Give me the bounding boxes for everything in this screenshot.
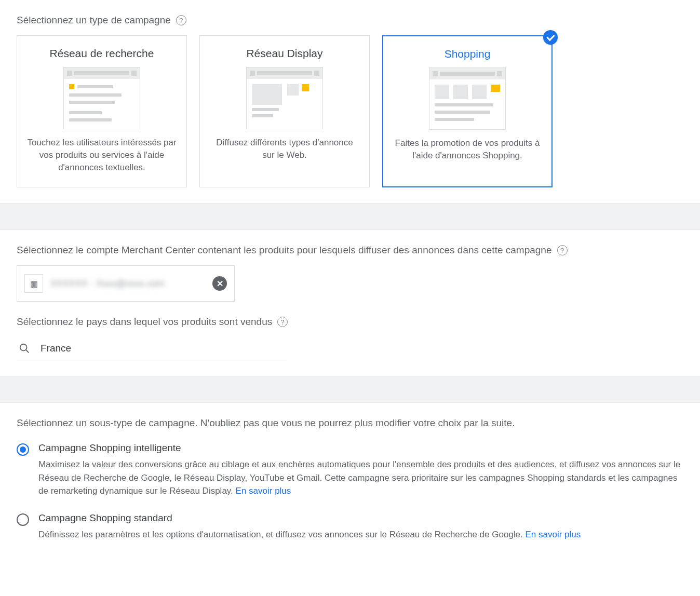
svg-point-0 xyxy=(20,344,27,351)
merchant-heading-row: Sélectionnez le compte Merchant Center c… xyxy=(17,230,683,265)
country-heading: Sélectionnez le pays dans lequel vos pro… xyxy=(17,316,272,328)
card-title: Shopping xyxy=(393,48,542,60)
learn-more-link[interactable]: En savoir plus xyxy=(236,486,291,496)
card-desc: Diffusez différents types d'annonce sur … xyxy=(209,137,360,161)
merchant-icon: ▦ xyxy=(24,274,43,293)
subtype-radio-group: Campagne Shopping intelligente Maximisez… xyxy=(17,442,683,541)
country-search xyxy=(17,337,287,360)
card-desc: Faites la promotion de vos produits à l'… xyxy=(393,137,542,162)
search-thumb-icon xyxy=(63,67,140,129)
shopping-thumb-icon xyxy=(429,67,506,130)
campaign-type-cards: Réseau de recherche Touchez les utilisat… xyxy=(17,35,683,187)
card-search-network[interactable]: Réseau de recherche Touchez les utilisat… xyxy=(17,35,187,187)
selected-check-icon xyxy=(543,30,558,45)
radio-desc: Définissez les paramètres et les options… xyxy=(38,528,683,541)
search-icon xyxy=(19,343,30,354)
radio-desc: Maximisez la valeur des conversions grâc… xyxy=(38,458,683,498)
country-heading-row: Sélectionnez le pays dans lequel vos pro… xyxy=(17,302,683,337)
merchant-value: XXXXXX - Xxxx@xxxx.com xyxy=(50,278,205,289)
radio-desc-text: Définissez les paramètres et les options… xyxy=(38,530,526,539)
radio-title: Campagne Shopping intelligente xyxy=(38,442,683,454)
radio-title: Campagne Shopping standard xyxy=(38,512,683,524)
card-desc: Touchez les utilisateurs intéressés par … xyxy=(26,137,177,173)
svg-line-1 xyxy=(26,350,29,353)
radio-desc-text: Maximisez la valeur des conversions grâc… xyxy=(38,459,680,496)
radio-option-standard-shopping: Campagne Shopping standard Définissez le… xyxy=(17,512,683,541)
section-campaign-type: Sélectionnez un type de campagne ? Résea… xyxy=(0,0,700,203)
card-shopping[interactable]: Shopping Faites la promotion de vos prod… xyxy=(382,35,553,187)
card-title: Réseau Display xyxy=(209,47,360,60)
radio-option-smart-shopping: Campagne Shopping intelligente Maximisez… xyxy=(17,442,683,498)
campaign-type-heading-row: Sélectionnez un type de campagne ? xyxy=(17,0,683,35)
section-merchant-country: Sélectionnez le compte Merchant Center c… xyxy=(0,230,700,376)
subtype-heading-row: Sélectionnez un sous-type de campagne. N… xyxy=(17,403,683,438)
subtype-heading: Sélectionnez un sous-type de campagne. N… xyxy=(17,417,515,429)
learn-more-link[interactable]: En savoir plus xyxy=(526,530,581,539)
section-divider xyxy=(0,203,700,230)
card-title: Réseau de recherche xyxy=(26,47,177,60)
merchant-heading: Sélectionnez le compte Merchant Center c… xyxy=(17,245,552,256)
merchant-select[interactable]: ▦ XXXXXX - Xxxx@xxxx.com ✕ xyxy=(17,265,235,302)
radio-smart-shopping[interactable] xyxy=(17,443,29,456)
help-icon[interactable]: ? xyxy=(277,317,288,327)
section-subtype: Sélectionnez un sous-type de campagne. N… xyxy=(0,403,700,557)
campaign-type-heading: Sélectionnez un type de campagne xyxy=(17,15,171,26)
radio-standard-shopping[interactable] xyxy=(17,513,29,526)
card-display-network[interactable]: Réseau Display Diffusez différents types… xyxy=(199,35,370,187)
section-divider xyxy=(0,376,700,403)
display-thumb-icon xyxy=(246,67,323,129)
help-icon[interactable]: ? xyxy=(557,245,568,255)
help-icon[interactable]: ? xyxy=(176,15,186,25)
clear-merchant-button[interactable]: ✕ xyxy=(212,276,227,291)
country-input[interactable] xyxy=(39,342,285,355)
